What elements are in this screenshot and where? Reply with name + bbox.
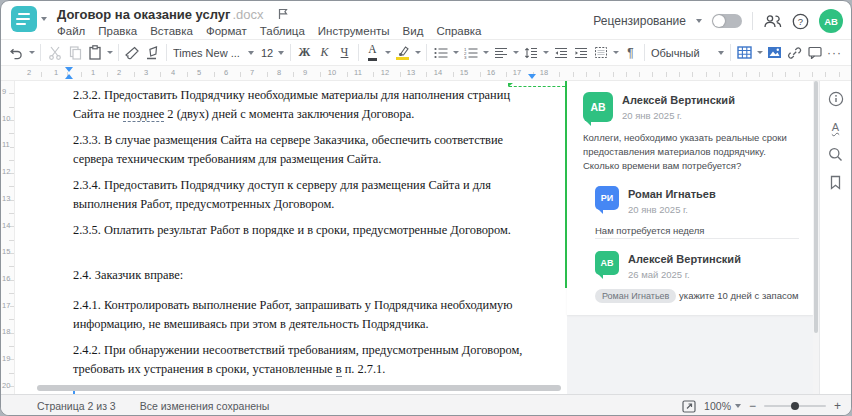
review-toggle[interactable] [712,14,742,28]
ruler-number: 9 [2,87,6,96]
menu-table[interactable]: Таблица [260,25,305,37]
ruler-number: 16 [2,274,10,283]
spellcheck-icon[interactable]: А [832,120,839,134]
font-name-select[interactable]: Times New ... [171,47,256,59]
menu-format[interactable]: Формат [206,25,247,37]
cut-icon[interactable] [45,42,64,64]
review-mode-label[interactable]: Рецензирование [593,14,686,28]
paragraph: 2.3.4. Предоставить Подрядчику доступ к … [73,176,531,214]
bullet-list-caret-down-icon[interactable] [451,51,460,54]
svg-text:3: 3 [464,55,467,59]
more-tools-button[interactable]: ··· [825,42,844,64]
font-color-button[interactable]: А [363,42,382,64]
search-icon[interactable] [828,147,843,162]
zoom-slider[interactable] [764,405,826,407]
table-icon[interactable] [735,42,754,64]
line-spacing-icon[interactable] [521,42,540,64]
menu-insert[interactable]: Вставка [150,25,193,37]
paragraph-border-icon[interactable] [591,42,610,64]
comment-date: 26 май 2025 г. [628,269,741,280]
menu-view[interactable]: Вид [403,25,424,37]
paragraph-border-caret-down-icon[interactable] [611,51,620,54]
comment-connector-arrow [508,83,513,87]
decrease-indent-icon[interactable] [551,42,570,64]
zoom-caret-down-icon [735,404,741,408]
main-area: 9 10 11 12 13 14 15 16 17 18 19 20 2.3.2… [1,81,851,394]
zoom-select[interactable]: 100% [704,400,741,412]
align-left-icon[interactable] [491,42,510,64]
zoom-out-button[interactable]: − [749,399,756,413]
document-page[interactable]: 2.3.2. Предоставить Подрядчику необходим… [15,81,567,394]
vertical-ruler[interactable]: 9 10 11 12 13 14 15 16 17 18 19 20 [1,81,15,394]
help-icon[interactable]: ? [792,13,809,30]
ruler-number: 18 [539,68,549,77]
comment-text: Нам потребуется неделя [595,224,799,238]
indent-marker[interactable] [65,67,73,79]
paragraph: 2.4.1. Контролировать выполнение Работ, … [73,296,531,334]
logo-caret-down-icon[interactable] [41,17,47,21]
nonprinting-chars-button[interactable]: ¶ [621,42,640,64]
user-avatar[interactable]: АВ [819,9,843,33]
undo-icon[interactable] [7,42,26,64]
flag-icon[interactable] [278,8,289,20]
right-indent-marker[interactable] [528,74,536,79]
clear-style-icon[interactable] [143,42,162,64]
paragraph-style-select[interactable]: Обычный [649,47,726,59]
numbered-list-icon[interactable]: 123 [461,42,480,64]
italic-button[interactable]: К [315,42,334,64]
ruler-number: 8 [276,68,282,77]
menu-edit[interactable]: Правка [98,25,137,37]
link-icon[interactable] [785,42,804,64]
vertical-scrollbar[interactable] [813,81,819,394]
undo-caret-down-icon[interactable] [27,51,36,54]
font-color-caret-down-icon[interactable] [383,51,392,54]
highlight-caret-down-icon[interactable] [413,51,422,54]
ruler-number: 9 [302,68,308,77]
comment-author: Алексей Вертинский [628,251,741,266]
zoom-in-button[interactable]: + [834,399,841,413]
increase-indent-icon[interactable] [571,42,590,64]
paste-icon[interactable] [85,42,104,64]
comment-thread[interactable]: АВ Алексей Вертинский 20 янв 2025 г. Кол… [567,81,813,315]
app-logo-icon[interactable] [11,6,37,32]
menu-tools[interactable]: Инструменты [318,25,390,37]
comment-avatar: АВ [583,92,613,122]
font-size-select[interactable]: 12 [257,47,286,59]
page-indicator[interactable]: Страница 2 из 3 [37,400,116,412]
ruler-number: 17 [2,301,10,310]
copy-icon[interactable] [65,42,84,64]
tracked-change-word: позднее [123,107,164,122]
bullet-list-icon[interactable] [431,42,450,64]
fit-page-icon[interactable] [682,400,696,413]
comment-reply[interactable]: РИ Роман Игнатьев 20 янв 2025 г. [595,186,799,215]
format-painter-icon[interactable] [123,42,142,64]
mention-chip[interactable]: Роман Игнатьев [595,289,676,303]
zoom-slider-knob[interactable] [791,402,799,410]
underline-button[interactable]: Ч [335,42,354,64]
ruler-number: 12 [2,167,10,176]
menu-help[interactable]: Справка [436,25,481,37]
ruler-number: 14 [433,68,443,77]
comment-icon[interactable] [805,42,824,64]
scrollbar-thumb[interactable] [814,81,818,333]
image-icon[interactable] [765,42,784,64]
style-caret-down-icon [718,51,724,55]
align-caret-down-icon[interactable] [511,51,520,54]
highlight-color-button[interactable] [393,42,412,64]
menu-file[interactable]: Файл [57,25,85,37]
ruler-number: 10 [327,68,337,77]
title-block: Договор на оказание услуг.docx Файл Прав… [57,6,482,37]
horizontal-ruler[interactable]: 2 1 1 2 3 4 5 6 7 8 9 10 11 12 13 14 15 … [1,65,851,81]
horizontal-scrollbar[interactable] [37,385,561,391]
numbered-list-caret-down-icon[interactable] [481,51,490,54]
review-caret-down-icon[interactable] [696,19,702,23]
info-icon[interactable] [828,91,844,107]
line-spacing-caret-down-icon[interactable] [541,51,550,54]
bold-button[interactable]: Ж [295,42,314,64]
bookmark-icon[interactable] [829,175,842,190]
collaboration-users-icon[interactable] [763,13,782,29]
table-caret-down-icon[interactable] [755,51,764,54]
paste-caret-down-icon[interactable] [105,51,114,54]
comment-reply[interactable]: АВ Алексей Вертинский 26 май 2025 г. Ром… [595,238,799,303]
ruler-number: 1 [90,68,96,77]
